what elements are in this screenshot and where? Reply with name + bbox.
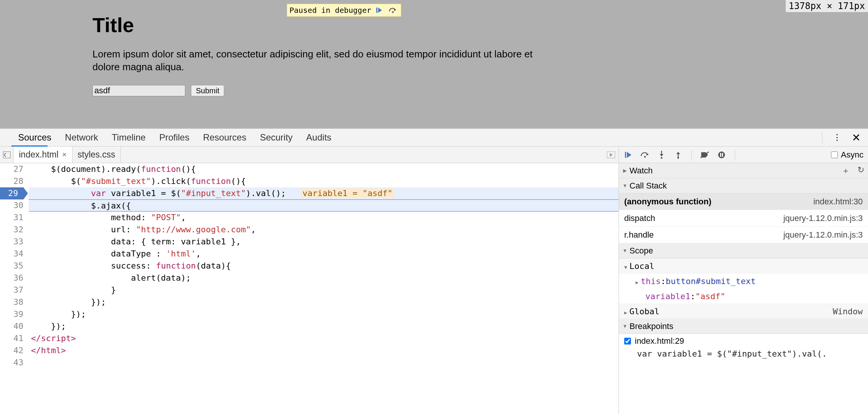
- submit-button[interactable]: Submit: [191, 85, 224, 96]
- resume-icon[interactable]: [623, 150, 633, 160]
- close-tab-icon[interactable]: ×: [62, 150, 67, 159]
- debug-toolbar: Async: [619, 147, 868, 163]
- devtools-tab-audits[interactable]: Audits: [299, 129, 338, 146]
- code-line[interactable]: </script>: [29, 332, 619, 344]
- code-line[interactable]: data: { term: variable1 },: [29, 236, 619, 248]
- line-number[interactable]: 36: [0, 272, 23, 284]
- close-devtools-icon[interactable]: ✕: [852, 131, 860, 144]
- devtools-tab-timeline[interactable]: Timeline: [105, 129, 152, 146]
- file-tab[interactable]: index.html×: [14, 147, 72, 163]
- pause-exceptions-icon[interactable]: [717, 150, 726, 160]
- svg-rect-0: [376, 8, 377, 13]
- callstack-frame[interactable]: r.handlejquery-1.12.0.min.js:3: [619, 227, 868, 243]
- step-over-icon: [389, 7, 397, 13]
- debug-sidebar: Async Watch ＋↻ Call Stack (anonymous fun…: [619, 147, 868, 414]
- devtools-tab-profiles[interactable]: Profiles: [152, 129, 196, 146]
- line-number[interactable]: 39: [0, 308, 23, 320]
- code-line[interactable]: dataType : 'html',: [29, 248, 619, 260]
- devtools-tab-sources[interactable]: Sources: [11, 129, 58, 146]
- scope-global-header[interactable]: GlobalWindow: [619, 304, 868, 319]
- line-number[interactable]: 27: [0, 163, 23, 175]
- code-line[interactable]: alert(data);: [29, 272, 619, 284]
- line-number[interactable]: 32: [0, 224, 23, 236]
- resume-icon: [376, 7, 383, 14]
- code-line[interactable]: $("#submit_text").click(function(){: [29, 175, 619, 187]
- debug-paused-banner: Paused in debugger: [287, 4, 401, 17]
- scope-section-header[interactable]: Scope: [619, 243, 868, 258]
- line-number[interactable]: 40: [0, 320, 23, 332]
- file-tab-bar: index.html×styles.css: [0, 147, 619, 163]
- code-line[interactable]: method: "POST",: [29, 212, 619, 224]
- svg-point-5: [644, 156, 646, 158]
- text-input[interactable]: [92, 85, 185, 96]
- step-over-button[interactable]: [387, 5, 399, 15]
- breakpoint-item[interactable]: index.html:29: [619, 334, 868, 348]
- resume-button[interactable]: [374, 5, 385, 15]
- step-out-icon[interactable]: [673, 150, 683, 160]
- line-number[interactable]: 34: [0, 248, 23, 260]
- svg-point-11: [718, 151, 725, 158]
- watch-section-header[interactable]: Watch ＋↻: [619, 163, 868, 178]
- breakpoints-section-header[interactable]: Breakpoints: [619, 319, 868, 334]
- code-line[interactable]: success: function(data){: [29, 260, 619, 272]
- code-line[interactable]: $(document).ready(function(){: [29, 163, 619, 175]
- svg-rect-13: [722, 153, 723, 157]
- more-menu-icon[interactable]: ⋮: [833, 136, 841, 139]
- scope-variable-row[interactable]: variable1: "asdf": [619, 289, 868, 304]
- line-number[interactable]: 28: [0, 175, 23, 187]
- run-snippet-icon[interactable]: [603, 151, 619, 158]
- devtools-tab-network[interactable]: Network: [58, 129, 105, 146]
- line-number[interactable]: 43: [0, 357, 23, 369]
- code-line[interactable]: });: [29, 308, 619, 320]
- step-into-icon[interactable]: [657, 150, 666, 160]
- code-line[interactable]: }: [29, 284, 619, 296]
- breakpoint-code-preview: var variable1 = $("#input_text").val(.: [619, 348, 868, 361]
- line-number[interactable]: 42: [0, 344, 23, 357]
- line-number[interactable]: 35: [0, 260, 23, 272]
- debug-banner-text: Paused in debugger: [289, 6, 371, 15]
- inline-value-badge: variable1 = "asdf": [301, 188, 394, 198]
- page-title: Title: [92, 13, 868, 37]
- async-checkbox[interactable]: Async: [831, 150, 863, 160]
- scope-local-header[interactable]: Local: [619, 258, 868, 273]
- line-number[interactable]: 33: [0, 236, 23, 248]
- callstack-section-header[interactable]: Call Stack: [619, 178, 868, 193]
- callstack-frame[interactable]: (anonymous function)index.html:30: [619, 193, 868, 210]
- code-line[interactable]: });: [29, 320, 619, 332]
- line-number[interactable]: 30: [0, 199, 23, 212]
- step-over-icon[interactable]: [640, 150, 650, 160]
- code-line[interactable]: [29, 357, 619, 369]
- line-number[interactable]: 38: [0, 296, 23, 308]
- code-line[interactable]: });: [29, 296, 619, 308]
- add-watch-icon[interactable]: ＋: [842, 165, 850, 176]
- page-viewport: Title Lorem ipsum dolor sit amet, consec…: [0, 0, 868, 128]
- code-line[interactable]: var variable1 = $("#input_text").val();v…: [29, 187, 619, 199]
- divider: [822, 132, 822, 143]
- code-editor[interactable]: 2728293031323334353637383940414243 $(doc…: [0, 163, 619, 414]
- devtools-tab-security[interactable]: Security: [253, 129, 300, 146]
- deactivate-breakpoints-icon[interactable]: [700, 150, 710, 160]
- line-number[interactable]: 31: [0, 212, 23, 224]
- svg-point-7: [661, 157, 663, 159]
- code-line[interactable]: $.ajax({: [29, 199, 619, 212]
- scope-this-row[interactable]: this: button#submit_text: [619, 273, 868, 289]
- navigator-toggle-icon[interactable]: [0, 147, 14, 163]
- svg-rect-4: [625, 152, 626, 158]
- code-line[interactable]: url: "http://www.google.com",: [29, 224, 619, 236]
- page-paragraph: Lorem ipsum dolor sit amet, consectetur …: [92, 48, 545, 74]
- element-dimensions-badge: 1378px × 171px: [786, 0, 868, 12]
- devtools-tab-resources[interactable]: Resources: [196, 129, 253, 146]
- svg-point-1: [392, 11, 394, 13]
- line-number[interactable]: 29: [0, 187, 23, 199]
- file-tab[interactable]: styles.css: [72, 147, 121, 163]
- line-number[interactable]: 37: [0, 284, 23, 296]
- line-number[interactable]: 41: [0, 332, 23, 344]
- refresh-watch-icon[interactable]: ↻: [857, 165, 864, 176]
- code-line[interactable]: </html>: [29, 344, 619, 357]
- svg-rect-12: [720, 153, 721, 157]
- svg-point-9: [677, 157, 679, 159]
- callstack-frame[interactable]: dispatchjquery-1.12.0.min.js:3: [619, 210, 868, 227]
- devtools-tab-bar: SourcesNetworkTimelineProfilesResourcesS…: [0, 128, 868, 147]
